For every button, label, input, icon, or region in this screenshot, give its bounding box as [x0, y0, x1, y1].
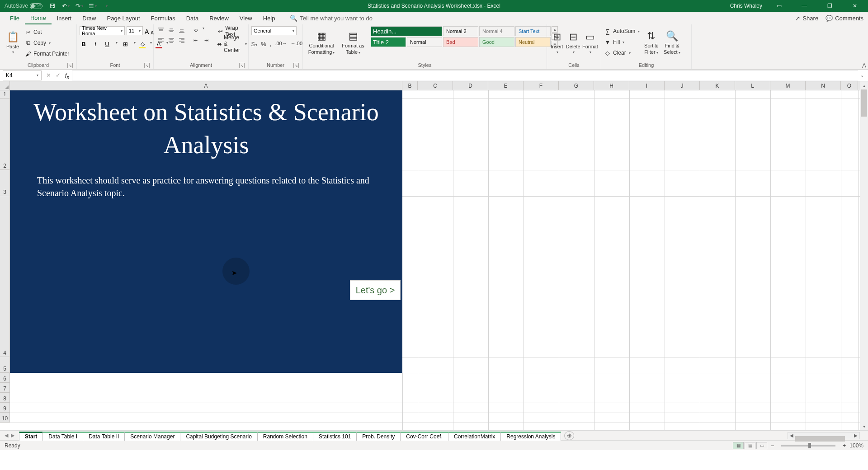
align-top-icon[interactable] [156, 26, 165, 34]
style-normal[interactable]: Normal [407, 37, 442, 47]
fill-color-button[interactable]: ◇ [139, 41, 146, 48]
column-header-O[interactable]: O [841, 81, 858, 90]
window-close-icon[interactable]: ✕ [846, 0, 863, 12]
align-left-icon[interactable] [156, 36, 165, 44]
format-cells-button[interactable]: ▭Format▾ [582, 26, 598, 59]
column-header-H[interactable]: H [594, 81, 629, 90]
window-minimize-icon[interactable]: ― [796, 0, 813, 12]
hscroll-left-icon[interactable]: ◀ [788, 433, 795, 438]
style-normal2[interactable]: Normal 2 [443, 26, 478, 36]
style-neutral[interactable]: Neutral [515, 37, 551, 47]
delete-cells-button[interactable]: ⊟Delete▾ [566, 26, 580, 59]
sheet-tab-random-selection[interactable]: Random Selection [257, 432, 313, 441]
column-header-J[interactable]: J [665, 81, 700, 90]
zoom-slider[interactable] [781, 445, 835, 446]
align-center-icon[interactable] [167, 36, 176, 44]
decrease-indent-icon[interactable]: ⇤ [191, 36, 200, 44]
column-header-C[interactable]: C [418, 81, 453, 90]
sheet-tab-start[interactable]: Start [19, 432, 43, 441]
tab-view[interactable]: View [234, 12, 258, 24]
conditional-formatting-button[interactable]: ▦ Conditional Formatting▾ [306, 26, 337, 59]
sheet-tab-data-table-ii[interactable]: Data Table II [83, 432, 125, 441]
merge-center-button[interactable]: ⬌Merge & Center▾ [217, 39, 247, 49]
vertical-scrollbar[interactable]: ▴ ▾ [860, 81, 868, 430]
redo-icon[interactable]: ↷▾ [75, 2, 83, 10]
tab-draw[interactable]: Draw [77, 12, 101, 24]
align-right-icon[interactable] [177, 36, 186, 44]
ribbon-display-icon[interactable]: ▭ [770, 0, 788, 12]
comments-button[interactable]: 💬Comments [826, 15, 863, 22]
sheet-tab-capital-budgeting-scenario[interactable]: Capital Budgeting Scenario [180, 432, 257, 441]
column-header-F[interactable]: F [524, 81, 559, 90]
tab-home[interactable]: Home [25, 12, 52, 24]
paste-button[interactable]: 📋 Paste ▾ [3, 26, 23, 59]
font-dialog-launcher[interactable]: ↘ [144, 63, 150, 68]
borders-button[interactable]: ⊞ [121, 41, 129, 48]
decrease-font-icon[interactable]: A [151, 30, 154, 35]
undo-icon[interactable]: ↶▾ [61, 2, 70, 10]
tell-me-search[interactable]: 🔍 Tell me what you want to do [290, 14, 373, 22]
row-header-8[interactable]: 8 [0, 393, 9, 403]
autosum-button[interactable]: ∑AutoSum▾ [604, 26, 640, 36]
align-bottom-icon[interactable] [177, 26, 186, 34]
cells-area[interactable]: Worksheet on Statistics & Scenario Analy… [10, 90, 860, 430]
sheet-tab-data-table-i[interactable]: Data Table I [42, 432, 83, 441]
tab-help[interactable]: Help [258, 12, 281, 24]
column-header-N[interactable]: N [806, 81, 841, 90]
view-normal-icon[interactable]: ▦ [733, 442, 744, 449]
fill-button[interactable]: ▼Fill▾ [604, 37, 640, 47]
sheet-nav-prev-icon[interactable]: ◀ [5, 432, 8, 438]
copy-button[interactable]: ⧉Copy▾ [24, 38, 69, 48]
collapse-ribbon-icon[interactable]: ⋀ [862, 62, 866, 68]
increase-indent-icon[interactable]: ⇥ [202, 36, 211, 44]
sheet-tab-correlationmatrix[interactable]: CorrelationMatrix [448, 432, 501, 441]
cancel-formula-icon[interactable]: ✕ [46, 72, 51, 79]
tab-formulas[interactable]: Formulas [146, 12, 181, 24]
find-select-button[interactable]: 🔍Find &Select▾ [662, 26, 681, 59]
fx-icon[interactable]: fx [65, 71, 69, 80]
align-middle-icon[interactable] [167, 26, 176, 34]
tab-page-layout[interactable]: Page Layout [102, 12, 146, 24]
share-button[interactable]: ↗Share [795, 15, 818, 22]
cell-styles-gallery[interactable]: Headin... Normal 2 Normal 4 Start Text T… [371, 26, 551, 47]
scroll-thumb[interactable] [861, 89, 867, 117]
scroll-up-icon[interactable]: ▴ [860, 81, 868, 89]
column-header-D[interactable]: D [453, 81, 488, 90]
hscroll-thumb[interactable] [795, 436, 845, 442]
insert-cells-button[interactable]: ⊞Insert▾ [550, 26, 564, 59]
autosave-toggle[interactable]: AutoSave Off [5, 3, 42, 9]
row-headers[interactable]: 12345678910 [0, 90, 10, 423]
column-header-A[interactable]: A [10, 81, 402, 90]
decrease-decimal-icon[interactable]: ←.00 [291, 41, 302, 47]
sort-filter-button[interactable]: ⇅Sort &Filter▾ [642, 26, 660, 59]
row-header-7[interactable]: 7 [0, 383, 9, 393]
column-header-E[interactable]: E [488, 81, 524, 90]
row-header-5[interactable]: 5 [0, 357, 9, 373]
horizontal-scrollbar[interactable]: ◀ ▶ [788, 432, 860, 439]
view-page-layout-icon[interactable]: ▤ [745, 442, 755, 449]
zoom-out-icon[interactable]: − [771, 442, 774, 449]
sheet-tab-statistics-101[interactable]: Statistics 101 [313, 432, 357, 441]
tab-insert[interactable]: Insert [52, 12, 77, 24]
sheet-tab-scenario-manager[interactable]: Scenario Manager [124, 432, 180, 441]
row-header-2[interactable]: 2 [0, 99, 9, 170]
percent-format-icon[interactable]: % [261, 41, 266, 47]
format-painter-button[interactable]: 🖌Format Painter [24, 49, 69, 59]
zoom-level[interactable]: 100% [849, 442, 863, 449]
spreadsheet-grid[interactable]: ABCDEFGHIJKLMNO 12345678910 Worksheet on… [0, 81, 868, 430]
number-format-selector[interactable]: General▾ [251, 26, 297, 35]
alignment-dialog-launcher[interactable]: ↘ [239, 63, 245, 68]
number-dialog-launcher[interactable]: ↘ [293, 63, 299, 68]
customize-qat-icon[interactable]: ▾ [102, 2, 110, 10]
font-name-selector[interactable]: Times New Roma▾ [80, 26, 125, 35]
scroll-down-icon[interactable]: ▾ [860, 422, 868, 430]
formula-bar[interactable] [72, 70, 858, 80]
sheet-tab-regression-analysis[interactable]: Regression Analysis [500, 432, 561, 441]
view-page-break-icon[interactable]: ▭ [756, 442, 767, 449]
user-name[interactable]: Chris Whaley [730, 3, 762, 9]
accounting-format-icon[interactable]: $▾ [251, 41, 257, 47]
format-as-table-button[interactable]: ▤ Format as Table▾ [340, 26, 366, 59]
enter-formula-icon[interactable]: ✓ [56, 72, 61, 79]
column-header-K[interactable]: K [700, 81, 735, 90]
style-good[interactable]: Good [479, 37, 514, 47]
